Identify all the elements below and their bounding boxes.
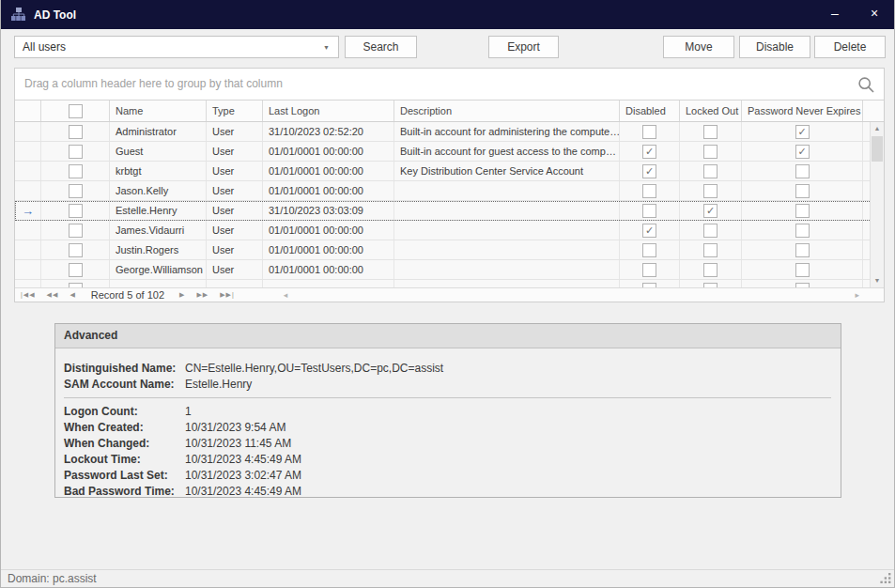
delete-button[interactable]: Delete bbox=[814, 36, 886, 58]
disabled-checkbox[interactable] bbox=[642, 204, 656, 218]
field-label: Password Last Set: bbox=[64, 469, 185, 482]
last-record-button[interactable]: ▶▶| bbox=[214, 291, 240, 299]
table-row[interactable]: George.Williamson User 01/01/0001 00:00:… bbox=[15, 260, 872, 280]
table-row[interactable]: Administrator User 31/10/2023 02:52:20 B… bbox=[15, 122, 872, 142]
table-row[interactable]: → Estelle.Henry User 31/10/2023 03:03:09… bbox=[15, 201, 872, 221]
password-never-expires-checkbox[interactable] bbox=[795, 184, 810, 198]
password-never-expires-checkbox[interactable]: ✓ bbox=[795, 145, 810, 159]
password-never-expires-checkbox[interactable] bbox=[795, 204, 810, 218]
row-select-cell[interactable] bbox=[41, 280, 110, 287]
scroll-up-icon[interactable]: ▲ bbox=[871, 122, 884, 135]
password-never-expires-checkbox[interactable] bbox=[795, 263, 810, 277]
table-row[interactable]: Jason.Kelly User 01/01/0001 00:00:00 bbox=[15, 181, 872, 201]
select-all-checkbox[interactable] bbox=[69, 104, 83, 118]
locked-out-checkbox[interactable] bbox=[703, 125, 718, 139]
row-checkbox[interactable] bbox=[69, 145, 83, 159]
search-button[interactable]: Search bbox=[345, 36, 417, 58]
disabled-checkbox[interactable] bbox=[642, 263, 656, 277]
locked-out-checkbox[interactable] bbox=[703, 263, 718, 277]
scrollbar-thumb[interactable] bbox=[872, 136, 883, 162]
row-checkbox[interactable] bbox=[69, 243, 83, 257]
group-by-panel[interactable]: Drag a column header here to group by th… bbox=[15, 69, 884, 101]
export-button[interactable]: Export bbox=[488, 36, 559, 58]
locked-out-checkbox[interactable] bbox=[703, 164, 718, 178]
next-page-button[interactable]: ▶▶ bbox=[191, 291, 214, 299]
row-checkbox[interactable] bbox=[69, 184, 83, 198]
row-checkbox[interactable] bbox=[69, 164, 83, 178]
table-row[interactable]: James.Vidaurri User 01/01/0001 00:00:00 … bbox=[15, 221, 872, 240]
password-never-expires-checkbox[interactable]: ✓ bbox=[795, 125, 810, 139]
row-select-cell[interactable] bbox=[41, 201, 110, 220]
advanced-panel-body: Distinguished Name:CN=Estelle.Henry,OU=T… bbox=[55, 348, 841, 499]
cell-type: User bbox=[207, 201, 263, 220]
scroll-down-icon[interactable]: ▼ bbox=[871, 274, 884, 287]
disabled-checkbox[interactable] bbox=[642, 243, 656, 257]
locked-out-checkbox[interactable] bbox=[703, 224, 718, 238]
prev-record-button[interactable]: ◀ bbox=[64, 291, 81, 299]
disabled-checkbox[interactable]: ✓ bbox=[642, 164, 656, 178]
header-disabled[interactable]: Disabled bbox=[620, 101, 680, 121]
locked-out-checkbox[interactable] bbox=[703, 145, 718, 159]
row-checkbox[interactable] bbox=[69, 263, 83, 277]
disabled-checkbox[interactable] bbox=[642, 184, 656, 198]
move-button[interactable]: Move bbox=[663, 36, 734, 58]
first-record-button[interactable]: |◀◀ bbox=[15, 291, 41, 299]
cell-last-logon: 01/01/0001 00:00:00 bbox=[263, 240, 394, 259]
header-type[interactable]: Type bbox=[207, 101, 263, 121]
hscroll-right-icon[interactable]: ▸ bbox=[855, 290, 859, 300]
locked-out-checkbox[interactable] bbox=[703, 243, 718, 257]
password-never-expires-checkbox[interactable] bbox=[795, 164, 810, 178]
field-value: 10/31/2023 4:45:49 AM bbox=[185, 453, 301, 466]
locked-out-checkbox[interactable] bbox=[703, 184, 718, 198]
header-password-never-expires[interactable]: Password Never Expires bbox=[742, 101, 863, 121]
table-row[interactable]: krbtgt User 01/01/0001 00:00:00 Key Dist… bbox=[15, 162, 872, 181]
disabled-checkbox[interactable] bbox=[642, 125, 656, 139]
hscroll-left-icon[interactable]: ◂ bbox=[284, 290, 288, 300]
disabled-checkbox[interactable]: ✓ bbox=[642, 145, 656, 159]
disable-button[interactable]: Disable bbox=[739, 36, 810, 58]
row-select-cell[interactable] bbox=[41, 162, 110, 180]
row-checkbox[interactable] bbox=[69, 125, 83, 139]
row-select-cell[interactable] bbox=[41, 221, 110, 240]
header-name[interactable]: Name bbox=[110, 101, 207, 121]
disabled-checkbox[interactable]: ✓ bbox=[642, 224, 656, 238]
advanced-field: Password Last Set:10/31/2023 3:02:47 AM bbox=[64, 467, 841, 483]
cell-type: User bbox=[207, 260, 263, 279]
prev-page-button[interactable]: ◀◀ bbox=[41, 291, 65, 299]
table-row[interactable] bbox=[15, 280, 872, 287]
resize-grip-icon[interactable] bbox=[879, 572, 891, 584]
user-filter-dropdown[interactable]: All users ▼ bbox=[14, 36, 339, 58]
field-value: Estelle.Henry bbox=[185, 378, 252, 391]
row-checkbox[interactable] bbox=[69, 224, 83, 238]
close-button[interactable]: × bbox=[858, 0, 890, 29]
cell-password-never-expires bbox=[742, 201, 863, 220]
header-last-logon[interactable]: Last Logon bbox=[263, 101, 394, 121]
table-row[interactable]: Justin.Rogers User 01/01/0001 00:00:00 bbox=[15, 240, 872, 260]
header-locked-out[interactable]: Locked Out bbox=[680, 101, 742, 121]
group-by-hint: Drag a column header here to group by th… bbox=[24, 77, 283, 90]
search-icon[interactable] bbox=[856, 75, 876, 99]
locked-out-checkbox[interactable]: ✓ bbox=[703, 204, 718, 218]
next-record-button[interactable]: ▶ bbox=[174, 291, 191, 299]
row-checkbox[interactable] bbox=[69, 204, 83, 218]
field-label: Logon Count: bbox=[64, 405, 185, 418]
field-value: CN=Estelle.Henry,OU=TestUsers,DC=pc,DC=a… bbox=[185, 362, 443, 375]
password-never-expires-checkbox[interactable] bbox=[795, 224, 810, 238]
row-select-cell[interactable] bbox=[41, 122, 110, 141]
table-row[interactable]: Guest User 01/01/0001 00:00:00 Built-in … bbox=[15, 142, 872, 162]
vertical-scrollbar[interactable]: ▲ ▼ bbox=[870, 122, 884, 287]
column-header-row: Name Type Last Logon Description Disable… bbox=[15, 101, 884, 122]
row-select-cell[interactable] bbox=[41, 181, 110, 200]
cell-disabled bbox=[620, 280, 680, 287]
cell-disabled: ✓ bbox=[620, 221, 680, 240]
row-select-cell[interactable] bbox=[41, 240, 110, 259]
field-label: Distinguished Name: bbox=[64, 362, 185, 375]
row-select-cell[interactable] bbox=[41, 260, 110, 279]
row-select-cell[interactable] bbox=[41, 142, 110, 161]
header-description[interactable]: Description bbox=[394, 101, 620, 121]
password-never-expires-checkbox[interactable] bbox=[795, 243, 810, 257]
cell-password-never-expires bbox=[742, 280, 863, 287]
header-select-all-cell[interactable] bbox=[41, 101, 110, 121]
advanced-field: SAM Account Name:Estelle.Henry bbox=[64, 376, 841, 392]
minimize-button[interactable]: – bbox=[819, 0, 851, 29]
